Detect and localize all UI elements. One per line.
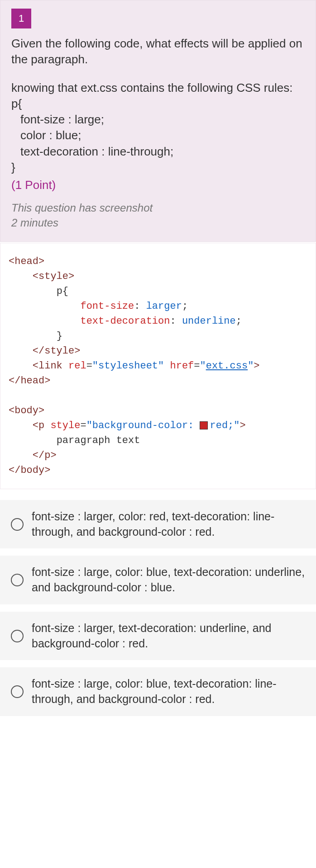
meta-screenshot: This question has screenshot [11, 200, 305, 216]
radio-icon[interactable] [11, 574, 24, 586]
meta-time: 2 minutes [11, 215, 305, 231]
option-label: font-size : large, color: blue, text-dec… [32, 565, 305, 595]
code-href: ext.css [206, 360, 248, 372]
code-attr: href [170, 360, 194, 372]
css-line-2: color : blue; [11, 127, 305, 143]
code-tag: <body> [9, 405, 44, 416]
question-meta: This question has screenshot 2 minutes [11, 200, 305, 231]
code-tag: <head> [9, 256, 44, 267]
color-swatch-icon [200, 421, 208, 429]
option-label: font-size : larger, color: red, text-dec… [32, 509, 305, 540]
option-2[interactable]: font-size : large, color: blue, text-dec… [0, 556, 316, 604]
option-3[interactable]: font-size : larger, text-decoration: und… [0, 612, 316, 660]
code-text: paragraph text [57, 435, 140, 446]
css-close: } [11, 160, 305, 175]
question-number: 1 [11, 9, 31, 28]
css-intro: knowing that ext.css contains the follow… [11, 80, 305, 96]
option-4[interactable]: font-size : large, color: blue, text-dec… [0, 667, 316, 716]
radio-icon[interactable] [11, 685, 24, 698]
code-val: red;" [210, 420, 239, 431]
code-screenshot: <head> <style> p{ font-size: larger; tex… [0, 243, 316, 489]
option-label: font-size : larger, text-decoration: und… [32, 621, 305, 651]
code-prop: text-decoration [80, 316, 170, 327]
radio-icon[interactable] [11, 518, 24, 531]
code-tag: <style> [33, 271, 74, 282]
css-open: p{ [11, 96, 305, 112]
code-tag: </style> [33, 345, 81, 357]
css-line-1: font-size : large; [11, 112, 305, 127]
question-subtext: knowing that ext.css contains the follow… [11, 80, 305, 175]
code-tag: p [38, 420, 44, 431]
code-text: p{ [57, 286, 68, 297]
radio-icon[interactable] [11, 630, 24, 642]
option-label: font-size : large, color: blue, text-dec… [32, 676, 305, 707]
code-val: "background-color: [86, 420, 200, 431]
code-val: larger [146, 301, 182, 312]
css-line-3: text-decoration : line-through; [11, 144, 305, 160]
question-header: 1 Given the following code, what effects… [0, 0, 316, 242]
option-1[interactable]: font-size : larger, color: red, text-dec… [0, 500, 316, 549]
code-val: underline [182, 316, 236, 327]
code-tag: </head> [9, 375, 50, 387]
code-attr: style [50, 420, 80, 431]
code-tag: link [38, 360, 62, 372]
code-tag: </body> [9, 465, 50, 476]
options-list: font-size : larger, color: red, text-dec… [0, 500, 316, 716]
question-points: (1 Point) [11, 178, 305, 192]
question-prompt: Given the following code, what effects w… [11, 36, 305, 67]
code-attr: rel [68, 360, 86, 372]
code-prop: font-size [80, 301, 134, 312]
code-tag: </p> [33, 450, 57, 461]
code-val: "stylesheet" [92, 360, 164, 372]
code-text: } [57, 330, 62, 342]
